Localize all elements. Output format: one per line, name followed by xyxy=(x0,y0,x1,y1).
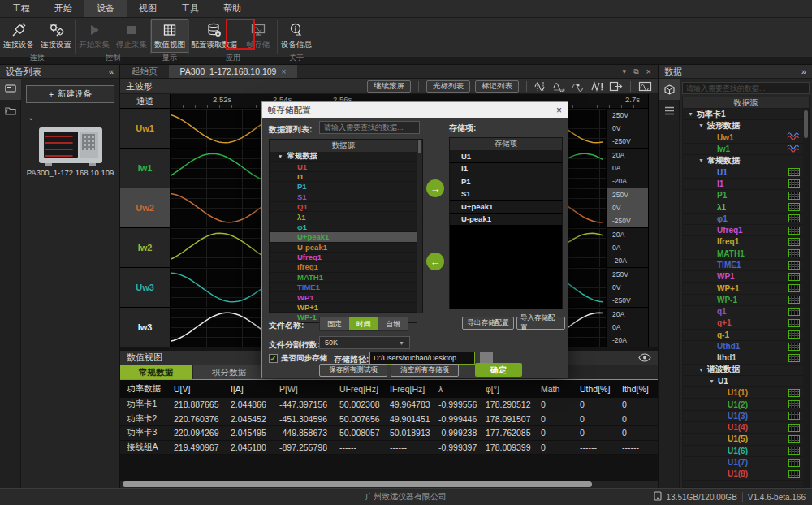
tree-item-row[interactable]: U1(5) xyxy=(683,434,803,445)
numeric-tab-1[interactable]: 积分数据 xyxy=(193,365,265,379)
source-item-row[interactable]: Q1 xyxy=(270,202,417,212)
save-all-tests-button[interactable]: 保存所有测试项 xyxy=(319,364,387,377)
tab-close-icon[interactable]: × xyxy=(281,67,286,76)
tree-group-row[interactable]: ▼波形数据 xyxy=(683,120,803,132)
project-folder-icon[interactable] xyxy=(0,100,21,121)
tree-item-row[interactable]: Uthd1 xyxy=(683,341,803,352)
numeric-view-button[interactable]: 数值视图 xyxy=(151,19,188,53)
tree-item-row[interactable]: q+1 xyxy=(683,317,803,329)
tree-item-row[interactable]: Ithd1 xyxy=(683,352,803,364)
tree-item-row[interactable]: Iw1 xyxy=(683,144,803,155)
store-item-row[interactable]: U-peak1 xyxy=(450,214,562,227)
tree-item-row[interactable]: U1(8) xyxy=(683,468,803,480)
tree-item-row[interactable]: U1(7) xyxy=(683,457,803,468)
store-path-input[interactable] xyxy=(369,352,475,365)
tree-group-row[interactable]: ▼谐波数据 xyxy=(683,365,803,376)
wave-marker-icon[interactable] xyxy=(572,81,585,92)
tree-group-row[interactable]: ▼功率卡1 xyxy=(683,109,803,120)
waveform-vertical-scrollbar[interactable] xyxy=(648,94,658,347)
split-rows-dropdown[interactable]: 50K ▼ xyxy=(319,336,410,349)
tab-start-page[interactable]: 起始页 xyxy=(120,65,169,78)
connect-device-button[interactable]: 连接设备 xyxy=(0,19,37,53)
scrollbar-thumb[interactable] xyxy=(123,481,592,487)
tab-dropdown-icon[interactable]: ▾ xyxy=(623,67,627,76)
source-item-row[interactable]: U-peak1 xyxy=(270,243,417,252)
browse-path-button[interactable] xyxy=(480,352,493,364)
source-item-row[interactable]: S1 xyxy=(270,192,417,202)
add-to-store-button[interactable]: → xyxy=(426,179,444,197)
stop-acquire-button[interactable]: 停止采集 xyxy=(113,19,150,53)
tree-item-row[interactable]: P1 xyxy=(683,190,803,201)
config-read-data-button[interactable]: 配置读取数据 xyxy=(189,19,240,53)
wave-icon[interactable] xyxy=(553,81,567,92)
source-item-row[interactable]: φ1 xyxy=(270,222,417,232)
device-card[interactable]: ◔ PA300_1-172.168.10.109 xyxy=(26,114,114,177)
numeric-tab-0[interactable]: 常规数据 xyxy=(120,365,192,379)
tree-item-row[interactable]: U1(4) xyxy=(683,422,803,434)
tree-item-row[interactable]: q1 xyxy=(683,306,803,317)
continue-scroll-button[interactable]: 继续滚屏 xyxy=(367,80,411,93)
tree-item-row[interactable]: U1(1) xyxy=(683,387,803,399)
tree-item-row[interactable]: I1 xyxy=(683,179,803,190)
tree-item-row[interactable]: Ufreq1 xyxy=(683,225,803,236)
eye-icon[interactable] xyxy=(638,351,651,365)
source-item-row[interactable]: P1 xyxy=(270,182,417,192)
table-horizontal-scrollbar[interactable] xyxy=(120,481,658,488)
ok-button[interactable]: 确定 xyxy=(475,363,522,377)
store-item-row[interactable]: U+peak1 xyxy=(450,201,562,214)
data-search-input[interactable] xyxy=(682,82,810,94)
table-row[interactable]: 功率卡3220.0942692.045495-449.85867350.0080… xyxy=(120,426,658,441)
source-item-row[interactable]: I1 xyxy=(270,172,417,182)
add-device-button[interactable]: + 新建设备 xyxy=(26,85,114,103)
source-item-row[interactable]: MATH1 xyxy=(270,273,417,283)
start-acquire-button[interactable]: 开始采集 xyxy=(76,19,113,53)
export-store-config-button[interactable]: 导出存储配置 xyxy=(462,317,514,330)
source-item-row[interactable]: TIME1 xyxy=(270,283,417,292)
store-item-row[interactable]: U1 xyxy=(450,150,562,163)
dialog-title-bar[interactable]: 帧存储配置 × xyxy=(262,102,568,118)
cursor-wave-icon[interactable] xyxy=(534,81,548,92)
dialog-close-icon[interactable]: × xyxy=(556,105,562,116)
source-item-row[interactable]: Ifreq1 xyxy=(270,262,417,272)
tree-item-row[interactable]: U1(3) xyxy=(683,411,803,422)
marker-list-button[interactable]: 标记列表 xyxy=(475,80,519,93)
tree-item-row[interactable]: q-1 xyxy=(683,330,803,341)
collapse-panel-button[interactable]: « xyxy=(109,67,114,76)
tree-item-row[interactable]: MATH1 xyxy=(683,248,803,260)
tree-item-row[interactable]: WP1 xyxy=(683,271,803,283)
tree-item-row[interactable]: λ1 xyxy=(683,201,803,213)
dialog-search-input[interactable] xyxy=(319,121,420,134)
expand-panel-button[interactable]: » xyxy=(801,67,806,76)
frame-store-button[interactable]: 帧存储 xyxy=(240,19,277,53)
source-item-row[interactable]: WP+1 xyxy=(270,303,417,313)
table-row[interactable]: 功率卡1218.8876652.044866-447.39715650.0023… xyxy=(120,398,658,412)
tree-scrollbar[interactable] xyxy=(803,109,809,487)
menu-item-2[interactable]: 设备 xyxy=(84,0,127,17)
source-item-row[interactable]: λ1 xyxy=(270,212,417,222)
store-item-row[interactable]: S1 xyxy=(450,188,562,201)
source-item-row[interactable]: Ufreq1 xyxy=(270,252,417,262)
menu-item-0[interactable]: 工程 xyxy=(0,0,42,17)
export-wave-icon[interactable] xyxy=(609,81,623,92)
data-source-cube-icon[interactable] xyxy=(659,79,680,100)
tree-item-row[interactable]: U1(2) xyxy=(683,399,803,410)
store-item-row[interactable]: P1 xyxy=(450,175,562,188)
import-store-config-button[interactable]: 导入存储配置 xyxy=(516,317,565,330)
source-item-row[interactable]: WP1 xyxy=(270,292,417,302)
wave-list-icon[interactable] xyxy=(590,81,604,92)
source-group-row[interactable]: ▼常规数据 xyxy=(270,152,417,162)
table-row[interactable]: 接线组A219.4909672.045180-897.255798-------… xyxy=(120,441,658,455)
tree-item-row[interactable]: WP-1 xyxy=(683,295,803,306)
tree-item-row[interactable]: WP+1 xyxy=(683,283,803,294)
wave-display-icon[interactable] xyxy=(638,81,652,92)
device-info-button[interactable]: 设备信息 xyxy=(278,19,315,53)
tree-item-row[interactable]: Uw1 xyxy=(683,132,803,144)
cursor-list-button[interactable]: 光标列表 xyxy=(426,80,470,93)
source-list-scrollbar[interactable] xyxy=(417,140,422,313)
file-name-mode-1[interactable]: 时间 xyxy=(349,317,378,330)
tab-device-page[interactable]: PA300_1-172.168.10.109 × xyxy=(169,65,298,78)
file-name-mode-0[interactable]: 固定 xyxy=(320,317,349,330)
tree-group-row[interactable]: ▼U1 xyxy=(683,376,803,387)
menu-item-5[interactable]: 帮助 xyxy=(211,0,253,17)
tree-item-row[interactable]: TIME1 xyxy=(683,260,803,271)
